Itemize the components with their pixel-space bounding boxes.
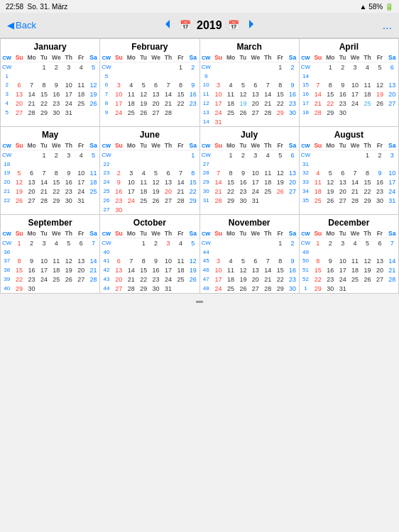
day-cell[interactable]: 12	[150, 177, 162, 187]
day-cell[interactable]: 5	[150, 168, 162, 177]
day-cell[interactable]	[50, 160, 62, 168]
day-cell[interactable]: 11	[75, 80, 87, 89]
day-cell[interactable]: 15	[38, 89, 50, 99]
day-cell[interactable]: 29	[187, 196, 199, 205]
day-cell[interactable]: 4	[137, 168, 149, 177]
day-cell[interactable]: 5	[237, 256, 249, 265]
day-cell[interactable]	[249, 248, 261, 256]
day-cell[interactable]: 24	[337, 275, 349, 284]
day-cell[interactable]: 1	[274, 62, 286, 72]
day-cell[interactable]: 4	[75, 150, 87, 160]
day-cell[interactable]	[237, 117, 249, 126]
day-cell[interactable]: 13	[113, 265, 125, 275]
day-cell[interactable]: 26	[237, 108, 249, 117]
day-cell[interactable]: 13	[286, 168, 298, 177]
day-cell[interactable]	[224, 72, 236, 80]
day-cell[interactable]	[26, 248, 38, 256]
day-cell[interactable]: 30	[373, 196, 386, 205]
day-cell[interactable]: 31	[386, 196, 398, 205]
day-cell[interactable]: 1	[187, 150, 199, 160]
day-cell[interactable]: 29	[361, 196, 373, 205]
day-cell[interactable]: 19	[62, 265, 75, 275]
day-cell[interactable]	[212, 150, 224, 160]
day-cell[interactable]: 2	[286, 238, 298, 248]
day-cell[interactable]	[175, 150, 187, 160]
day-cell[interactable]: 20	[286, 177, 298, 187]
day-cell[interactable]: 30	[150, 284, 162, 293]
day-cell[interactable]	[286, 160, 298, 168]
day-cell[interactable]	[137, 72, 149, 80]
day-cell[interactable]: 28	[38, 196, 50, 205]
day-cell[interactable]: 25	[125, 108, 137, 117]
day-cell[interactable]	[373, 284, 386, 293]
day-cell[interactable]	[162, 72, 174, 80]
day-cell[interactable]: 10	[212, 89, 224, 99]
day-cell[interactable]: 30	[286, 108, 298, 117]
day-cell[interactable]	[26, 72, 38, 80]
day-cell[interactable]: 18	[50, 265, 62, 275]
day-cell[interactable]: 8	[324, 80, 337, 89]
day-cell[interactable]: 31	[212, 117, 224, 126]
day-cell[interactable]	[162, 62, 174, 72]
day-cell[interactable]	[162, 248, 174, 256]
day-cell[interactable]: 17	[349, 89, 361, 99]
day-cell[interactable]: 11	[137, 177, 149, 187]
day-cell[interactable]	[361, 284, 373, 293]
day-cell[interactable]: 13	[373, 256, 386, 265]
day-cell[interactable]: 23	[286, 99, 298, 108]
day-cell[interactable]: 10	[349, 80, 361, 89]
day-cell[interactable]	[324, 248, 337, 256]
day-cell[interactable]	[187, 108, 199, 117]
day-cell[interactable]: 23	[113, 196, 125, 205]
day-cell[interactable]: 15	[361, 177, 373, 187]
day-cell[interactable]: 1	[13, 238, 25, 248]
day-cell[interactable]: 8	[274, 80, 286, 89]
day-cell[interactable]: 2	[150, 238, 162, 248]
day-cell[interactable]: 19	[274, 177, 286, 187]
day-cell[interactable]: 27	[337, 196, 349, 205]
day-cell[interactable]: 16	[237, 177, 249, 187]
day-cell[interactable]: 23	[50, 99, 62, 108]
day-cell[interactable]: 23	[150, 275, 162, 284]
day-cell[interactable]	[187, 160, 199, 168]
day-cell[interactable]: 18	[224, 275, 236, 284]
day-cell[interactable]	[150, 160, 162, 168]
day-cell[interactable]: 14	[38, 177, 50, 187]
day-cell[interactable]	[237, 62, 249, 72]
day-cell[interactable]: 24	[249, 187, 261, 196]
day-cell[interactable]: 3	[212, 256, 224, 265]
day-cell[interactable]: 5	[324, 168, 337, 177]
day-cell[interactable]: 6	[386, 62, 398, 72]
day-cell[interactable]: 17	[162, 265, 174, 275]
day-cell[interactable]: 8	[13, 256, 25, 265]
day-cell[interactable]	[137, 248, 149, 256]
day-cell[interactable]	[13, 62, 25, 72]
day-cell[interactable]	[87, 284, 99, 293]
day-cell[interactable]: 13	[386, 80, 398, 89]
day-cell[interactable]: 9	[373, 168, 386, 177]
day-cell[interactable]: 13	[162, 177, 174, 187]
day-cell[interactable]	[212, 72, 224, 80]
day-cell[interactable]: 10	[75, 168, 87, 177]
back-button[interactable]: ◀ Back	[7, 20, 36, 31]
day-cell[interactable]: 5	[13, 168, 25, 177]
day-cell[interactable]	[349, 248, 361, 256]
day-cell[interactable]: 11	[50, 256, 62, 265]
day-cell[interactable]	[286, 196, 298, 205]
day-cell[interactable]: 26	[237, 284, 249, 293]
day-cell[interactable]: 19	[187, 265, 199, 275]
day-cell[interactable]: 25	[361, 99, 373, 108]
day-cell[interactable]: 18	[224, 99, 236, 108]
day-cell[interactable]: 31	[62, 108, 75, 117]
day-cell[interactable]	[75, 108, 87, 117]
day-cell[interactable]: 29	[224, 196, 236, 205]
day-cell[interactable]	[237, 160, 249, 168]
day-cell[interactable]	[349, 150, 361, 160]
day-cell[interactable]: 27	[162, 196, 174, 205]
day-cell[interactable]	[373, 160, 386, 168]
day-cell[interactable]: 24	[349, 99, 361, 108]
day-cell[interactable]: 10	[386, 168, 398, 177]
day-cell[interactable]	[87, 196, 99, 205]
day-cell[interactable]: 7	[312, 80, 324, 89]
day-cell[interactable]: 21	[349, 187, 361, 196]
